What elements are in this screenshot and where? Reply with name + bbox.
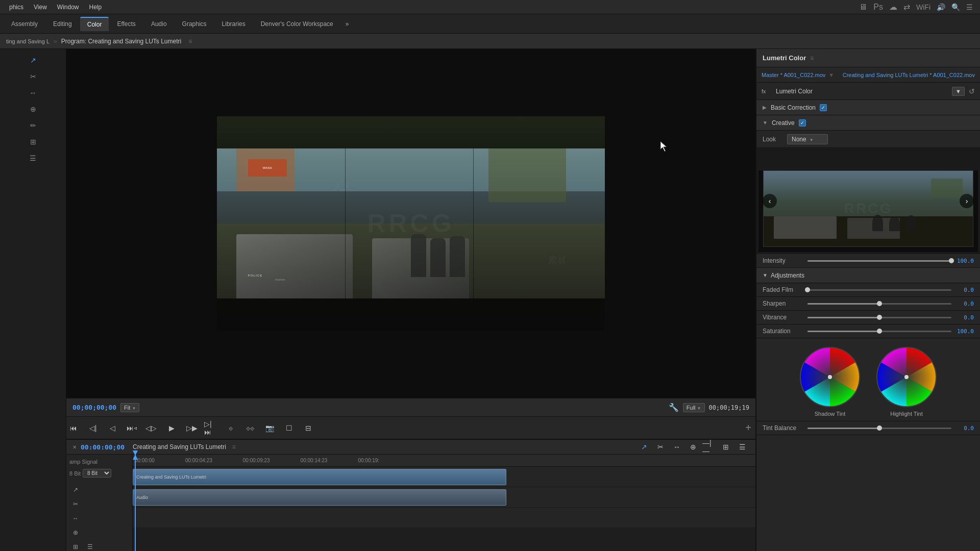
fx-dropdown-arrow: ▼ xyxy=(955,88,961,94)
highlight-tint-label: Highlight Tint xyxy=(890,411,923,417)
menu-graphics[interactable]: phics xyxy=(4,0,29,14)
btn-play[interactable]: ▶ xyxy=(163,420,180,436)
quality-dropdown[interactable]: Full xyxy=(683,403,705,412)
master-clip-label[interactable]: Master * A001_C022.mov xyxy=(762,72,825,78)
tool-track-select[interactable]: ✂ xyxy=(3,69,63,84)
timeline-left-btn-4[interactable]: ⊕ xyxy=(69,527,82,539)
timeline-left-btn-2[interactable]: ✂ xyxy=(69,498,82,510)
saturation-slider[interactable] xyxy=(807,331,951,332)
tab-editing[interactable]: Editing xyxy=(46,17,79,31)
carousel-next-button[interactable]: › xyxy=(960,194,974,208)
tint-balance-slider[interactable] xyxy=(807,428,951,429)
btn-step-back[interactable]: ◁| xyxy=(86,421,100,435)
timeline-tool-slip[interactable]: —|— xyxy=(702,440,717,454)
menu-window[interactable]: Window xyxy=(52,0,84,14)
btn-overwrite[interactable]: ⊟ xyxy=(301,421,315,435)
tab-libraries[interactable]: Libraries xyxy=(215,17,253,31)
tool-ripple[interactable]: ↔ xyxy=(3,86,63,100)
menu-help[interactable]: Help xyxy=(84,0,107,14)
tint-balance-thumb[interactable] xyxy=(877,425,882,431)
timeline-tool-list[interactable]: ☰ xyxy=(735,440,749,454)
tool-list[interactable]: ☰ xyxy=(3,151,63,165)
timeline-timecode[interactable]: 00:00:00;00 xyxy=(81,443,125,451)
search-icon[interactable]: 🔍 xyxy=(951,3,960,11)
cloud-icon[interactable]: ☁ xyxy=(889,2,897,12)
tab-color[interactable]: Color xyxy=(80,17,109,31)
tool-select[interactable]: ↗ xyxy=(3,53,63,67)
btn-back-5[interactable]: ◁▷ xyxy=(144,421,158,435)
timeline-menu-icon[interactable]: ≡ xyxy=(232,443,236,450)
btn-prev-frame[interactable]: ◁ xyxy=(105,421,119,435)
intensity-thumb[interactable] xyxy=(949,258,954,263)
volume-icon[interactable]: 🔊 xyxy=(937,3,945,11)
timeline-left-btn-5[interactable]: ⊞ xyxy=(69,541,82,551)
timeline-left-btn-1[interactable]: ↗ xyxy=(69,484,82,496)
list-icon[interactable]: ☰ xyxy=(966,3,973,11)
faded-film-thumb[interactable] xyxy=(805,287,810,292)
fit-dropdown[interactable]: Fit xyxy=(120,403,139,412)
tab-assembly[interactable]: Assembly xyxy=(4,17,45,31)
tab-audio[interactable]: Audio xyxy=(144,17,174,31)
carousel-prev-button[interactable]: ‹ xyxy=(763,194,777,208)
timeline-clip-1[interactable]: Creating and Saving LUTs Lumetri xyxy=(133,469,506,485)
basic-correction-checkbox[interactable]: ✓ xyxy=(820,104,827,111)
wifi-icon[interactable]: WiFi xyxy=(916,3,930,11)
btn-go-out[interactable]: ▷|⏭ xyxy=(204,421,218,435)
sequence-label[interactable]: Creating and Saving LUTs Lumetri * A001_… xyxy=(843,72,975,78)
intensity-slider[interactable] xyxy=(807,260,951,262)
timecode-display[interactable]: 00;00;00;00 xyxy=(72,404,116,411)
timeline-tool-select[interactable]: ↗ xyxy=(637,440,651,454)
tool-pen[interactable]: ✏ xyxy=(3,118,63,133)
timeline-close-icon[interactable]: ✕ xyxy=(72,444,77,450)
creative-section-checkbox[interactable]: ✓ xyxy=(799,119,806,127)
btn-mark-in[interactable]: ⏮ xyxy=(66,421,81,435)
tab-effects[interactable]: Effects xyxy=(110,17,142,31)
faded-film-slider[interactable] xyxy=(807,289,951,291)
tool-grid[interactable]: ⊞ xyxy=(3,135,63,149)
btn-insert[interactable]: ☐ xyxy=(282,421,296,435)
playhead[interactable] xyxy=(135,455,136,551)
btn-camera[interactable]: 📷 xyxy=(262,421,277,435)
btn-mark-out[interactable]: ⟐ xyxy=(224,421,238,435)
timeline-left-btn-6[interactable]: ☰ xyxy=(84,541,96,551)
program-menu-icon[interactable]: ≡ xyxy=(188,38,192,45)
btn-extract[interactable]: ⟐⟐ xyxy=(243,421,257,435)
shadow-tint-wheel[interactable] xyxy=(799,346,861,408)
vibrance-thumb[interactable] xyxy=(877,315,882,320)
tab-denver[interactable]: Denver's Color Workspace xyxy=(254,17,340,31)
timeline-tool-edit[interactable]: ✂ xyxy=(653,440,668,454)
timeline-tool-roll[interactable]: ⊕ xyxy=(686,440,700,454)
btn-add[interactable]: + xyxy=(741,421,755,435)
timeline-clip-2[interactable]: Audio xyxy=(133,489,506,506)
sharpen-slider[interactable] xyxy=(807,303,951,305)
btn-fwd-5[interactable]: ▷▶ xyxy=(185,421,199,435)
look-value-dropdown[interactable]: None xyxy=(787,134,828,144)
fx-dropdown[interactable]: ▼ xyxy=(952,87,965,96)
saturation-label: Saturation xyxy=(763,328,803,335)
btn-go-in[interactable]: ⏭◁ xyxy=(125,421,139,435)
intensity-value: 100.0 xyxy=(955,258,974,264)
highlight-tint-wheel[interactable] xyxy=(876,346,937,408)
creative-section-header[interactable]: ▼ Creative ✓ xyxy=(756,115,980,131)
clip-label-1: Creating and Saving LUTs Lumetri xyxy=(136,474,206,480)
sync-icon[interactable]: ⇄ xyxy=(903,2,910,12)
bit-depth-select[interactable]: 8 Bit 10 Bit xyxy=(83,469,111,478)
adjustments-section-header[interactable]: ▼ Adjustments xyxy=(756,268,980,283)
panel-menu-icon[interactable]: ≡ xyxy=(810,55,814,62)
monitor-icon[interactable]: 🖥 xyxy=(859,3,867,12)
sharpen-thumb[interactable] xyxy=(877,301,882,306)
photoshop-icon[interactable]: Ps xyxy=(873,3,883,12)
wrench-icon[interactable]: 🔧 xyxy=(669,403,679,412)
timeline-left-btn-3[interactable]: ↔ xyxy=(69,512,82,524)
timeline-tool-ripple[interactable]: ↔ xyxy=(670,440,684,454)
vibrance-slider[interactable] xyxy=(807,317,951,318)
fx-reset-icon[interactable]: ↺ xyxy=(969,87,975,95)
basic-correction-section-header[interactable]: ▶ Basic Correction ✓ xyxy=(756,100,980,115)
tool-add[interactable]: ⊕ xyxy=(3,102,63,116)
timeline-tool-grid[interactable]: ⊞ xyxy=(719,440,733,454)
tab-graphics[interactable]: Graphics xyxy=(175,17,214,31)
saturation-thumb[interactable] xyxy=(877,329,882,334)
menu-view[interactable]: View xyxy=(29,0,52,14)
highlight-tint-svg xyxy=(876,346,937,408)
tab-more-button[interactable]: » xyxy=(341,17,353,31)
